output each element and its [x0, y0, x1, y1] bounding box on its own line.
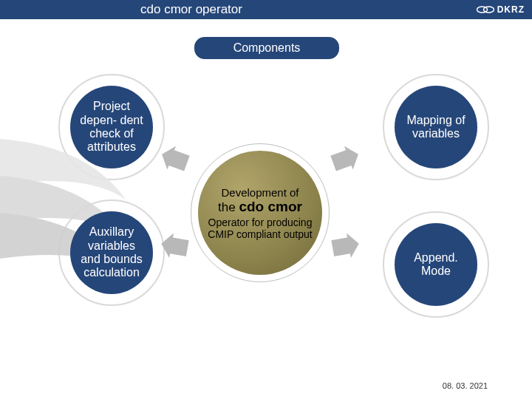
bubble-top-right-text: Mapping of variables: [395, 86, 477, 168]
bubble-top-left: Project depen- dent check of attributes: [63, 78, 160, 176]
arrow-top-left: [156, 142, 192, 176]
center-line3: Operator for producing CMIP compliant ou…: [205, 216, 315, 240]
logo-text: DKRZ: [497, 4, 525, 15]
arrow-bottom-right: [329, 231, 362, 261]
logo: DKRZ: [477, 4, 525, 15]
bubble-bottom-right: Append. Mode: [387, 216, 485, 313]
top-bar: cdo cmor operator DKRZ: [0, 0, 532, 19]
bubble-bottom-right-text: Append. Mode: [395, 223, 477, 306]
bubble-top-right: Mapping of variables: [387, 78, 485, 176]
footer-date: 08. 03. 2021: [443, 381, 488, 390]
components-pill: Components: [194, 37, 339, 59]
svg-point-1: [483, 7, 494, 13]
arrow-top-right: [327, 142, 364, 176]
center-bubble: Development of the cdo cmor Operator for…: [191, 143, 330, 282]
center-line1: Development of: [221, 186, 299, 199]
arrow-bottom-left: [157, 231, 191, 261]
bubble-bottom-left-text: Auxillary variables and bounds calculati…: [70, 211, 153, 294]
logo-icon: [477, 4, 494, 15]
components-label: Components: [233, 41, 301, 55]
bubble-top-left-text: Project depen- dent check of attributes: [70, 86, 153, 168]
page-title: cdo cmor operator: [140, 2, 242, 17]
center-line2: the cdo cmor: [218, 199, 302, 215]
bubble-bottom-left: Auxillary variables and bounds calculati…: [63, 204, 160, 301]
